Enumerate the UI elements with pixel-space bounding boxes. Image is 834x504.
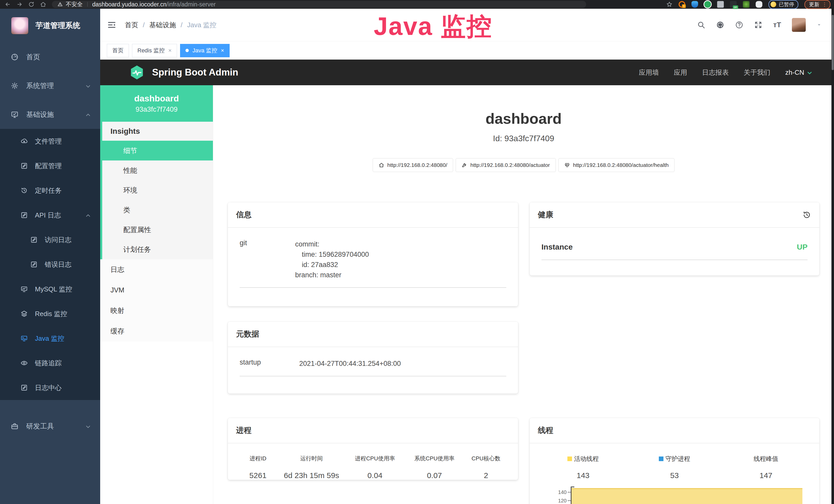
sba-menu-classes[interactable]: 类 xyxy=(102,200,213,220)
extension-puzzle-icon[interactable] xyxy=(756,1,762,8)
breadcrumb-infra[interactable]: 基础设施 xyxy=(149,21,176,29)
legend-label: 活动线程 xyxy=(574,455,599,463)
tab-redis[interactable]: Redis 监控 × xyxy=(132,44,177,57)
sidebar-item-home[interactable]: 首页 xyxy=(0,43,100,71)
sba-menu-logs[interactable]: 日志 xyxy=(100,259,213,280)
chrome-update-button[interactable]: 更新 ⋮ xyxy=(805,0,830,9)
sba-brand-title[interactable]: Spring Boot Admin xyxy=(152,67,238,78)
screen: 不安全 dashboard.yudao.iocoder.cn/infra/adm… xyxy=(0,0,834,504)
sidebar-item-error-log[interactable]: 错误日志 xyxy=(0,252,100,277)
browser-toolbar: 不安全 dashboard.yudao.iocoder.cn/infra/adm… xyxy=(0,0,834,9)
sba-nav-applications[interactable]: 应用 xyxy=(674,68,687,77)
bookmark-star-icon[interactable] xyxy=(666,1,673,7)
sidebar-item-trace[interactable]: 链路追踪 xyxy=(0,351,100,375)
y-tick: 140 xyxy=(558,489,567,495)
tab-java-active[interactable]: Java 监控 × xyxy=(180,44,229,57)
threads-chart: 140 120 100 xyxy=(537,486,812,504)
sba-menu-metrics[interactable]: 性能 xyxy=(102,160,213,180)
sba-menu-configprops[interactable]: 配置属性 xyxy=(102,220,213,239)
health-card: 健康 Instance UP xyxy=(530,202,819,275)
search-icon[interactable] xyxy=(697,21,705,29)
process-col-cpus: CPU核心数 2 xyxy=(464,455,508,480)
sidebar-item-redis[interactable]: Redis 监控 xyxy=(0,301,100,326)
profile-paused-chip[interactable]: 已暂停 xyxy=(768,0,798,9)
sba-instance-header[interactable]: dashboard 93a3fc7f7409 xyxy=(100,85,213,122)
sba-menu-details-active[interactable]: 细节 xyxy=(102,141,213,160)
scrollbar-thumb[interactable] xyxy=(832,15,834,70)
sidebar-item-label: Redis 监控 xyxy=(35,310,67,318)
sba-nav-wallboard[interactable]: 应用墙 xyxy=(639,68,659,77)
security-label[interactable]: 不安全 xyxy=(66,1,83,8)
extension-icon[interactable] xyxy=(704,1,711,8)
tab-close-icon[interactable]: × xyxy=(168,48,172,53)
tab-label: Redis 监控 xyxy=(137,47,164,54)
tab-home[interactable]: 首页 xyxy=(107,44,129,57)
column-header: 系统CPU使用率 xyxy=(405,455,464,462)
github-icon[interactable] xyxy=(716,21,724,29)
sidebar-item-api-log[interactable]: API 日志 xyxy=(0,203,100,228)
chart-y-axis-labels: 140 120 100 xyxy=(537,486,571,504)
instance-home-link[interactable]: http://192.168.0.2:48080/ xyxy=(373,158,453,172)
y-tickmark xyxy=(568,500,571,501)
sba-locale-select[interactable]: zh-CN xyxy=(785,69,812,76)
sidebar-item-job[interactable]: 定时任务 xyxy=(0,178,100,203)
help-icon[interactable] xyxy=(735,21,743,29)
extension-icon[interactable] xyxy=(692,1,698,8)
fullscreen-icon[interactable] xyxy=(754,21,762,29)
chevron-up-icon xyxy=(85,212,91,218)
tab-close-icon[interactable]: × xyxy=(221,48,224,53)
sidebar-collapse-icon[interactable] xyxy=(107,20,117,30)
breadcrumb-home[interactable]: 首页 xyxy=(125,21,138,29)
page-url[interactable]: dashboard.yudao.iocoder.cn/infra/admin-s… xyxy=(92,1,216,8)
sidebar-item-system[interactable]: 系统管理 xyxy=(0,71,100,100)
git-branch-line: branch: master xyxy=(295,270,506,280)
extension-icon[interactable] xyxy=(717,1,724,8)
address-bar[interactable]: 不安全 dashboard.yudao.iocoder.cn/infra/adm… xyxy=(52,1,586,8)
browser-scrollbar[interactable] xyxy=(831,9,834,504)
sidebar-item-access-log[interactable]: 访问日志 xyxy=(0,228,100,252)
sidebar-item-log-center[interactable]: 日志中心 xyxy=(0,375,100,400)
sba-menu-jvm[interactable]: JVM xyxy=(100,280,213,300)
sidebar-item-java-active[interactable]: Java 监控 xyxy=(0,326,100,351)
reload-icon[interactable] xyxy=(28,1,35,7)
paused-label: 已暂停 xyxy=(779,1,794,8)
instance-name: dashboard xyxy=(134,93,179,104)
extension-icon[interactable]: on xyxy=(730,1,737,8)
app-logo-row[interactable]: 芋道管理系统 xyxy=(0,9,100,43)
browser-menu-icon[interactable]: ⋮ xyxy=(822,1,827,7)
breadcrumb-current: Java 监控 xyxy=(187,21,216,29)
sidebar-item-config[interactable]: 配置管理 xyxy=(0,154,100,178)
breadcrumb: 首页 / 基础设施 / Java 监控 xyxy=(125,21,217,29)
sidebar-item-file[interactable]: 文件管理 xyxy=(0,129,100,154)
sba-nav-journal[interactable]: 日志报表 xyxy=(702,68,729,77)
home-icon[interactable] xyxy=(40,1,46,7)
extension-icon[interactable]: 1 xyxy=(679,1,685,8)
y-tick: 120 xyxy=(558,498,567,504)
sba-nav-about[interactable]: 关于我们 xyxy=(744,68,770,77)
font-size-icon[interactable]: тT xyxy=(773,21,781,29)
sidebar-item-mysql[interactable]: MySQL 监控 xyxy=(0,277,100,301)
sba-menu-environment[interactable]: 环境 xyxy=(102,180,213,200)
sidebar-item-label: 基础设施 xyxy=(26,110,54,119)
sba-header: Spring Boot Admin 应用墙 应用 日志报表 关于我们 zh-CN xyxy=(100,60,834,85)
history-icon[interactable] xyxy=(803,210,811,219)
extension-icon[interactable] xyxy=(743,1,749,8)
browser-extensions: 1 on 已暂停 更新 ⋮ xyxy=(666,0,830,9)
health-status-up: UP xyxy=(797,243,808,251)
sidebar-item-infra[interactable]: 基础设施 xyxy=(0,100,100,129)
cards-column-right: 健康 Instance UP xyxy=(530,202,819,504)
instance-health-link[interactable]: http://192.168.0.2:48080/actuator/health xyxy=(558,158,675,172)
user-avatar[interactable] xyxy=(792,18,806,32)
forward-icon[interactable] xyxy=(17,1,23,7)
instance-actuator-link[interactable]: http://192.168.0.2:48080/actuator xyxy=(456,158,555,172)
sidebar-item-devtools[interactable]: 研发工具 xyxy=(0,412,100,441)
sba-menu-caches[interactable]: 缓存 xyxy=(100,321,213,342)
log-edit-icon xyxy=(30,261,38,268)
user-menu-caret-icon[interactable] xyxy=(816,22,822,27)
back-icon[interactable] xyxy=(5,1,11,7)
sba-sidebar: dashboard 93a3fc7f7409 Insights 细节 性能 环境… xyxy=(100,85,213,504)
sba-menu-mappings[interactable]: 映射 xyxy=(100,300,213,321)
sba-menu-scheduled-tasks[interactable]: 计划任务 xyxy=(102,239,213,259)
git-time-line: time: 1596289704000 xyxy=(295,249,506,259)
breadcrumb-separator: / xyxy=(143,21,145,29)
